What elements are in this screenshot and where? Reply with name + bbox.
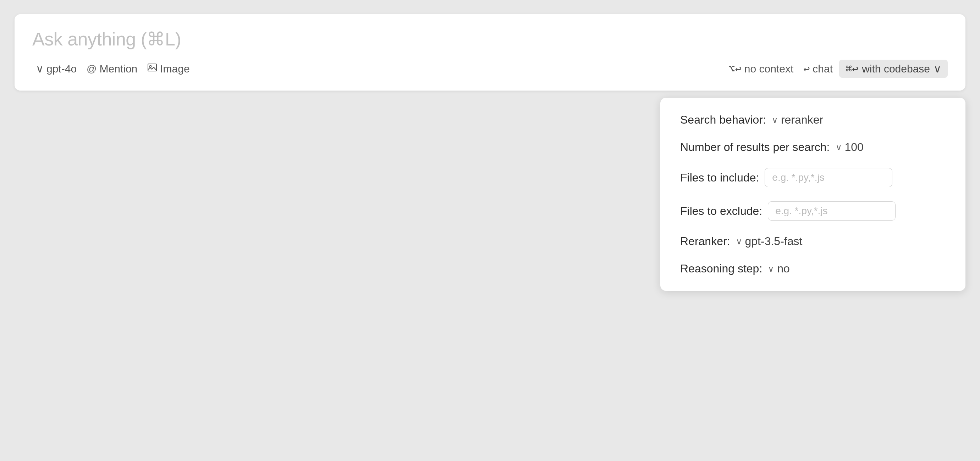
image-button[interactable]: Image xyxy=(144,61,193,77)
results-label: Number of results per search: xyxy=(680,140,830,154)
reranker-selector[interactable]: ∨ gpt-3.5-fast xyxy=(736,235,803,248)
codebase-shortcut: ⌘↩ xyxy=(846,62,858,75)
results-chevron-icon: ∨ xyxy=(835,142,842,152)
results-value: 100 xyxy=(845,140,864,154)
reasoning-selector[interactable]: ∨ no xyxy=(768,262,790,275)
toolbar: ∨ gpt-4o @ Mention Image xyxy=(32,60,948,78)
chat-label: chat xyxy=(813,63,833,75)
chat-input-card: Ask anything (⌘L) ∨ gpt-4o @ Mention xyxy=(14,14,966,91)
codebase-label: with codebase xyxy=(862,63,930,75)
reranker-row: Reranker: ∨ gpt-3.5-fast xyxy=(680,235,946,248)
reasoning-value: no xyxy=(777,262,790,275)
files-exclude-label: Files to exclude: xyxy=(680,204,762,218)
reasoning-step-row: Reasoning step: ∨ no xyxy=(680,262,946,275)
codebase-settings-dropdown: Search behavior: ∨ reranker Number of re… xyxy=(660,98,966,291)
search-behavior-value: reranker xyxy=(781,113,823,126)
image-label: Image xyxy=(160,63,189,75)
search-behavior-row: Search behavior: ∨ reranker xyxy=(680,113,946,126)
files-include-row: Files to include: xyxy=(680,168,946,187)
codebase-button[interactable]: ⌘↩ with codebase ∨ xyxy=(839,60,948,78)
chat-button[interactable]: ↩ chat xyxy=(800,61,836,77)
svg-point-1 xyxy=(150,66,151,67)
model-label: gpt-4o xyxy=(46,63,76,75)
files-exclude-input[interactable] xyxy=(768,201,896,220)
search-behavior-label: Search behavior: xyxy=(680,113,766,126)
reasoning-chevron-icon: ∨ xyxy=(768,264,774,274)
results-per-search-row: Number of results per search: ∨ 100 xyxy=(680,140,946,154)
codebase-chevron-icon: ∨ xyxy=(934,62,941,75)
search-behavior-chevron-icon: ∨ xyxy=(772,115,778,125)
main-container: Ask anything (⌘L) ∨ gpt-4o @ Mention xyxy=(14,14,966,94)
svg-rect-0 xyxy=(148,64,156,71)
mention-label: Mention xyxy=(100,63,138,75)
files-exclude-row: Files to exclude: xyxy=(680,201,946,220)
search-behavior-selector[interactable]: ∨ reranker xyxy=(772,113,823,126)
chat-shortcut: ↩ xyxy=(803,62,810,75)
files-include-label: Files to include: xyxy=(680,171,759,184)
results-selector[interactable]: ∨ 100 xyxy=(835,140,864,154)
no-context-button[interactable]: ⌥↩ no context xyxy=(725,61,797,77)
model-selector[interactable]: ∨ gpt-4o xyxy=(32,61,80,77)
files-include-input[interactable] xyxy=(765,168,892,187)
reranker-value: gpt-3.5-fast xyxy=(745,235,803,248)
model-chevron-icon: ∨ xyxy=(36,62,44,75)
reranker-label: Reranker: xyxy=(680,235,730,248)
mention-button[interactable]: @ Mention xyxy=(83,61,141,77)
reasoning-label: Reasoning step: xyxy=(680,262,762,275)
mention-icon: @ xyxy=(87,63,97,75)
no-context-shortcut: ⌥↩ xyxy=(729,62,741,75)
image-icon xyxy=(147,62,157,75)
no-context-label: no context xyxy=(745,63,793,75)
reranker-chevron-icon: ∨ xyxy=(736,236,742,246)
chat-input-placeholder[interactable]: Ask anything (⌘L) xyxy=(32,29,948,50)
